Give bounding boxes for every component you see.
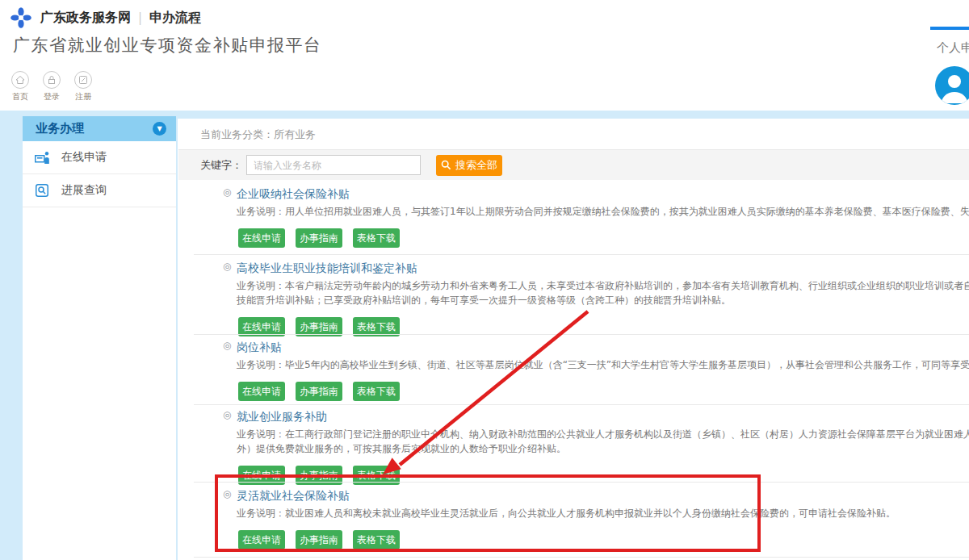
site-name: 广东政务服务网 xyxy=(40,10,131,27)
service-description: 业务说明：在工商行政部门登记注册的职业中介机构、纳入财政补助范围的公共就业人才服… xyxy=(194,427,969,456)
service-item-post-subsidy: ◎ 岗位补贴 业务说明：毕业5年内的高校毕业生到乡镇、街道、社区等基层岗位就业（… xyxy=(194,339,969,401)
bullet-icon: ◎ xyxy=(223,261,231,272)
service-description: 业务说明：本省户籍法定劳动年龄内的城乡劳动力和外省来粤务工人员，未享受过本省政府… xyxy=(194,278,969,307)
home-icon xyxy=(11,71,29,89)
chevron-down-icon[interactable]: ▼ xyxy=(153,122,166,136)
quicklink-home[interactable]: 首页 xyxy=(11,71,29,102)
service-guide-button[interactable]: 办事指南 xyxy=(296,530,342,550)
divider xyxy=(194,254,969,255)
service-title-link[interactable]: 岗位补贴 xyxy=(237,341,282,353)
breadcrumb-section: 申办流程 xyxy=(149,10,201,27)
search-document-icon xyxy=(34,184,50,197)
divider xyxy=(194,482,969,483)
sidebar-section-header[interactable]: 业务办理 ▼ xyxy=(23,116,176,141)
top-header: 广东政务服务网 | 申办流程 xyxy=(10,6,201,29)
bullet-icon: ◎ xyxy=(223,488,231,499)
service-guide-button[interactable]: 办事指南 xyxy=(296,228,342,248)
online-apply-button[interactable]: 在线申请 xyxy=(238,382,285,401)
service-description: 业务说明：毕业5年内的高校毕业生到乡镇、街道、社区等基层岗位就业（含“三支一扶”… xyxy=(194,357,969,372)
divider xyxy=(194,334,969,335)
gov-logo-icon xyxy=(10,6,32,29)
service-description: 业务说明：就业困难人员和离校未就业高校毕业生灵活就业后，向公共就业人才服务机构申… xyxy=(194,506,896,520)
bullet-icon: ◎ xyxy=(223,186,231,198)
page-title: 广东省就业创业专项资金补贴申报平台 xyxy=(13,34,322,56)
sidebar-menu: 业务办理 ▼ 在线申请 进展查询 xyxy=(23,116,176,560)
divider xyxy=(194,557,969,558)
user-avatar[interactable] xyxy=(935,66,969,105)
sidebar-item-label: 在线申请 xyxy=(61,150,107,165)
sidebar-item-label: 进展查询 xyxy=(61,183,107,198)
apply-person-icon xyxy=(34,151,50,164)
keyword-search-bar: 关键字： 搜索全部 xyxy=(178,150,969,180)
sidebar-section-title: 业务办理 xyxy=(36,121,84,136)
service-title-link[interactable]: 就业创业服务补助 xyxy=(237,410,327,423)
lock-icon xyxy=(43,71,61,89)
form-download-button[interactable]: 表格下载 xyxy=(353,382,400,401)
quicklink-login[interactable]: 登录 xyxy=(43,71,61,102)
divider xyxy=(194,404,969,405)
service-title-link[interactable]: 灵活就业社会保险补贴 xyxy=(237,489,350,502)
service-item-flexible-employment-insurance: ◎ 灵活就业社会保险补贴 业务说明：就业困难人员和离校未就业高校毕业生灵活就业后… xyxy=(194,487,896,550)
bullet-icon: ◎ xyxy=(223,409,231,420)
search-icon xyxy=(441,160,451,170)
service-item-graduate-skill-training: ◎ 高校毕业生职业技能培训和鉴定补贴 业务说明：本省户籍法定劳动年龄内的城乡劳动… xyxy=(194,260,969,336)
tab-personal-declare[interactable]: 个人申报 xyxy=(937,40,969,56)
quick-links: 首页 登录 注册 xyxy=(11,71,92,102)
service-description: 业务说明：用人单位招用就业困难人员，与其签订1年以上期限劳动合同并按规定缴纳社会… xyxy=(194,204,969,219)
sidebar-item-progress-query[interactable]: 进展查询 xyxy=(23,174,176,207)
service-title-link[interactable]: 企业吸纳社会保险补贴 xyxy=(237,187,350,200)
bullet-icon: ◎ xyxy=(223,340,231,351)
sidebar-item-online-apply[interactable]: 在线申请 xyxy=(23,141,176,174)
service-item-employment-service-subsidy: ◎ 就业创业服务补助 业务说明：在工商行政部门登记注册的职业中介机构、纳入财政补… xyxy=(194,408,969,485)
service-title-link[interactable]: 高校毕业生职业技能培训和鉴定补贴 xyxy=(237,261,417,274)
header-divider: | xyxy=(138,10,142,25)
search-input[interactable] xyxy=(246,155,421,175)
person-icon xyxy=(935,66,969,105)
online-apply-button[interactable]: 在线申请 xyxy=(238,228,285,248)
register-icon xyxy=(74,71,92,89)
current-category-bar: 当前业务分类：所有业务 xyxy=(178,119,969,150)
form-download-button[interactable]: 表格下载 xyxy=(353,530,400,550)
keyword-label: 关键字： xyxy=(200,158,242,173)
search-all-button[interactable]: 搜索全部 xyxy=(436,155,502,176)
page: { "colors": { "accent_blue": "#1584e8", … xyxy=(0,0,969,560)
quicklink-register[interactable]: 注册 xyxy=(74,71,92,102)
user-tab-active-indicator xyxy=(930,27,969,30)
online-apply-button[interactable]: 在线申请 xyxy=(238,530,285,550)
service-guide-button[interactable]: 办事指南 xyxy=(296,382,342,401)
service-item-enterprise-social-insurance: ◎ 企业吸纳社会保险补贴 业务说明：用人单位招用就业困难人员，与其签订1年以上期… xyxy=(194,186,969,248)
form-download-button[interactable]: 表格下载 xyxy=(353,228,400,248)
